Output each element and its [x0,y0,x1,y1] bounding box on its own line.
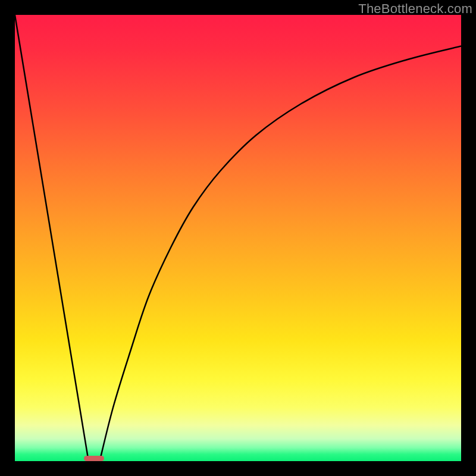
left-bottleneck-line [15,15,89,461]
right-bottleneck-curve [100,46,462,462]
chart-frame: TheBottleneck.com [0,0,476,476]
curve-layer [15,15,461,461]
bottleneck-marker [84,456,104,461]
plot-area [15,15,461,461]
